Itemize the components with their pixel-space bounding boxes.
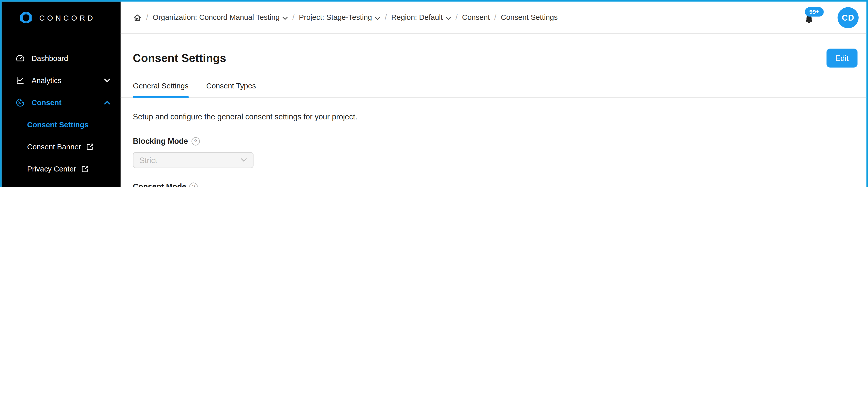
breadcrumb-separator: / — [456, 13, 458, 22]
avatar[interactable]: CD — [837, 7, 859, 28]
breadcrumb-region[interactable]: Region: Default — [391, 13, 451, 22]
caret-down-icon — [282, 15, 288, 20]
sidebar-nav: Dashboard Analytics — [2, 34, 121, 187]
notifications-button[interactable]: 99+ — [804, 8, 829, 27]
sidebar: CONCORD Dashboard Analytics — [2, 2, 121, 187]
app-window: CONCORD Dashboard Analytics — [0, 0, 868, 187]
topbar-right-cluster: 99+ CD — [804, 7, 859, 28]
sidebar-subitem-label: Consent Banner — [27, 142, 81, 151]
gauge-icon — [16, 53, 25, 63]
cookie-icon — [16, 98, 25, 107]
breadcrumb-separator: / — [385, 13, 387, 22]
caret-down-icon — [375, 15, 380, 20]
page-header: Consent Settings Edit — [121, 49, 866, 68]
sidebar-subitem-consent-banner[interactable]: Consent Banner — [2, 135, 121, 158]
breadcrumb-project[interactable]: Project: Stage-Testing — [299, 13, 380, 22]
home-icon[interactable] — [133, 13, 142, 22]
concord-logo-icon — [18, 10, 34, 25]
sidebar-item-label: Consent — [32, 98, 62, 106]
sidebar-subitem-label: Consent Settings — [27, 121, 89, 129]
field-blocking-mode: Blocking Mode Strict — [133, 137, 854, 168]
breadcrumb-separator: / — [494, 13, 496, 22]
logo[interactable]: CONCORD — [2, 2, 121, 34]
sidebar-item-label: Analytics — [32, 76, 62, 84]
help-icon[interactable] — [191, 137, 199, 145]
breadcrumb-consent-settings: Consent Settings — [501, 13, 558, 22]
breadcrumb-organization[interactable]: Organization: Concord Manual Testing — [153, 13, 288, 22]
breadcrumb-separator: / — [292, 13, 294, 22]
sidebar-subitem-cookies-scripts[interactable]: Cookies & Scripts — [2, 180, 121, 187]
external-link-icon — [81, 165, 88, 172]
page-description: Setup and configure the general consent … — [133, 112, 854, 121]
sidebar-item-consent[interactable]: Consent — [2, 91, 121, 113]
tab-panel-general-settings: Setup and configure the general consent … — [121, 98, 866, 187]
sidebar-subitem-privacy-center[interactable]: Privacy Center — [2, 158, 121, 180]
main-area: / Organization: Concord Manual Testing /… — [121, 2, 866, 187]
caret-down-icon — [241, 158, 247, 162]
caret-down-icon — [445, 15, 451, 20]
breadcrumb-separator: / — [146, 13, 148, 22]
select-value: Strict — [140, 156, 157, 165]
external-link-icon — [86, 143, 93, 150]
field-label: Consent Mode — [133, 182, 854, 187]
tabs: General Settings Consent Types — [121, 82, 866, 98]
notification-badge: 99+ — [805, 7, 824, 16]
field-consent-mode: Consent Mode Express — [133, 182, 854, 187]
sidebar-item-analytics[interactable]: Analytics — [2, 69, 121, 91]
sidebar-item-dashboard[interactable]: Dashboard — [2, 47, 121, 69]
line-chart-icon — [16, 75, 25, 85]
tab-general-settings[interactable]: General Settings — [133, 82, 189, 97]
sidebar-item-label: Dashboard — [32, 54, 68, 62]
chevron-up-icon — [104, 100, 110, 104]
field-label: Blocking Mode — [133, 137, 854, 145]
sidebar-subitem-label: Privacy Center — [27, 165, 76, 173]
blocking-mode-select[interactable]: Strict — [133, 152, 254, 168]
chevron-down-icon — [104, 78, 110, 82]
tab-consent-types[interactable]: Consent Types — [206, 82, 256, 97]
breadcrumb: / Organization: Concord Manual Testing /… — [133, 13, 558, 22]
page-title: Consent Settings — [133, 51, 226, 65]
top-bar: / Organization: Concord Manual Testing /… — [121, 2, 866, 34]
logo-text: CONCORD — [39, 13, 95, 22]
edit-button[interactable]: Edit — [826, 49, 857, 68]
help-icon[interactable] — [190, 182, 198, 187]
breadcrumb-consent[interactable]: Consent — [462, 13, 490, 22]
sidebar-subitem-consent-settings[interactable]: Consent Settings — [2, 113, 121, 135]
